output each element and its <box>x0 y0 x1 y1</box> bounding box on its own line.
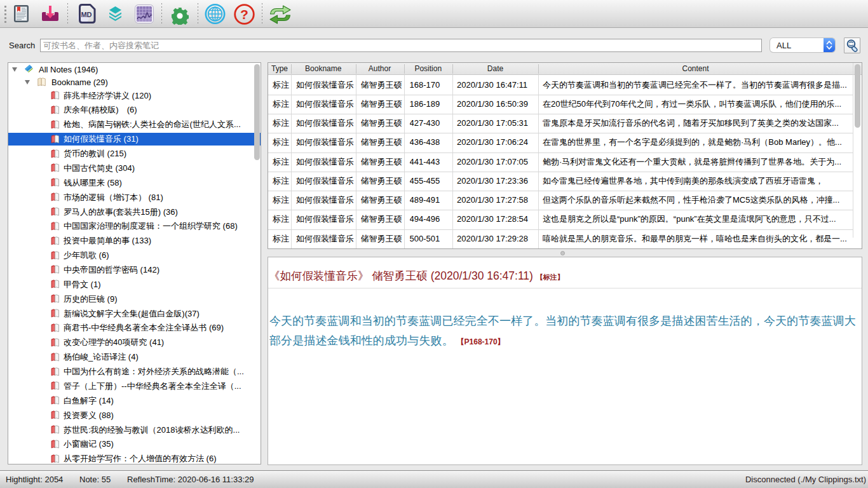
svg-text:MD: MD <box>81 11 92 18</box>
svg-text:?: ? <box>240 7 248 22</box>
